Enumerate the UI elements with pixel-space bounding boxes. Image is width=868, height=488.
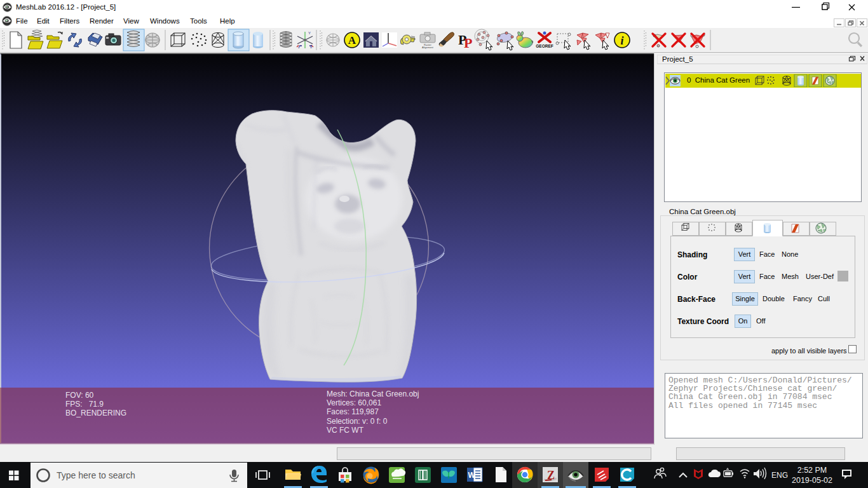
svg-text:2019-05-02: 2019-05-02: [792, 476, 832, 485]
svg-text:z: z: [298, 45, 300, 49]
svg-text:2:52 PM: 2:52 PM: [797, 466, 827, 475]
svg-text:ENG: ENG: [771, 471, 788, 480]
svg-text:Y: Y: [308, 31, 311, 35]
svg-text:i: i: [620, 34, 623, 47]
svg-text:GEOREF: GEOREF: [536, 44, 553, 48]
svg-text:Alignment: Alignment: [422, 46, 434, 49]
svg-text:P: P: [464, 35, 472, 51]
svg-text:x: x: [310, 45, 312, 49]
svg-text:W: W: [468, 471, 476, 480]
svg-text:A: A: [348, 34, 356, 46]
svg-text:Type here to search: Type here to search: [57, 470, 135, 480]
